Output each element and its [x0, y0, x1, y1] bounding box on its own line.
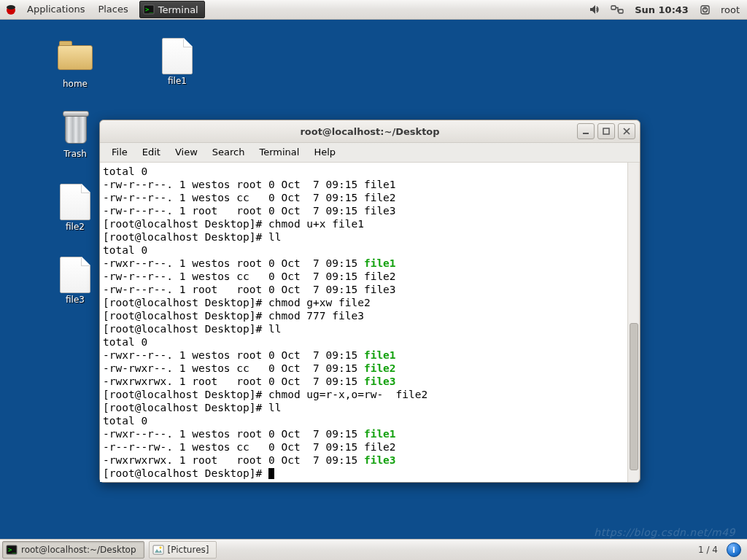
terminal-scrollbar[interactable] [627, 163, 638, 482]
window-minimize-button[interactable] [577, 123, 595, 139]
svg-rect-5 [611, 6, 616, 9]
desktop-icon-file3[interactable]: file3 [42, 257, 108, 305]
places-menu[interactable]: Places [91, 0, 134, 19]
clock[interactable]: Sun 10:43 [629, 0, 694, 19]
network-icon[interactable] [605, 0, 629, 19]
svg-point-1 [7, 5, 15, 9]
menu-edit[interactable]: Edit [135, 143, 168, 162]
system-tray: Sun 10:43 root [584, 0, 747, 19]
top-panel: Applications Places >_ Terminal Sun 10:4… [0, 0, 747, 20]
menu-file[interactable]: File [104, 143, 135, 162]
panel-task-terminal[interactable]: >_ Terminal [139, 1, 205, 18]
desktop-icon-file2[interactable]: file2 [42, 184, 108, 232]
taskbar-item-label: [Pictures] [168, 545, 209, 555]
terminal-body[interactable]: total 0 -rw-r--r--. 1 westos root 0 Oct … [100, 163, 638, 482]
svg-rect-11 [603, 128, 609, 134]
taskbar-item-label: root@localhost:~/Desktop [21, 545, 136, 555]
notification-badge-icon[interactable]: i [727, 542, 741, 557]
window-titlebar[interactable]: root@localhost:~/Desktop [100, 120, 640, 143]
desktop-icon-home[interactable]: home [42, 38, 108, 89]
window-close-button[interactable] [618, 123, 635, 139]
shutdown-icon[interactable] [694, 0, 716, 19]
desktop-icon-label: Trash [42, 149, 108, 159]
workspace-indicator[interactable]: 1 / 4 [691, 545, 725, 555]
volume-icon[interactable] [584, 0, 605, 19]
desktop-icon-label: home [42, 79, 108, 89]
svg-text:>_: >_ [145, 6, 153, 13]
desktop-icon-label: file1 [144, 76, 210, 86]
pictures-icon [152, 544, 164, 556]
terminal-icon: >_ [6, 544, 18, 556]
menu-view[interactable]: View [168, 143, 205, 162]
distro-logo-icon[interactable] [4, 3, 18, 16]
svg-text:>_: >_ [8, 546, 16, 553]
panel-task-terminal-label: Terminal [158, 4, 198, 15]
bottom-panel: >_ root@localhost:~/Desktop [Pictures] 1… [0, 539, 747, 560]
watermark-text: https://blog.csdn.net/m49 [594, 526, 735, 538]
taskbar-item-terminal[interactable]: >_ root@localhost:~/Desktop [2, 541, 144, 559]
desktop-icon-trash[interactable]: Trash [42, 111, 108, 159]
applications-menu[interactable]: Applications [20, 0, 91, 19]
taskbar-item-pictures[interactable]: [Pictures] [149, 541, 217, 559]
svg-marker-4 [590, 5, 595, 14]
menu-help[interactable]: Help [306, 143, 343, 162]
svg-rect-6 [619, 9, 623, 13]
terminal-menubar: File Edit View Search Terminal Help [100, 143, 640, 163]
user-menu[interactable]: root [716, 0, 747, 19]
window-maximize-button[interactable] [597, 123, 615, 139]
desktop-icon-label: file2 [42, 222, 108, 232]
svg-rect-16 [153, 545, 163, 554]
svg-point-18 [159, 547, 161, 549]
menu-terminal[interactable]: Terminal [252, 143, 306, 162]
desktop-icon-file1[interactable]: file1 [144, 38, 210, 86]
desktop-icon-label: file3 [42, 295, 108, 305]
menu-search[interactable]: Search [205, 143, 252, 162]
terminal-window: root@localhost:~/Desktop File Edit View … [99, 120, 640, 483]
window-title: root@localhost:~/Desktop [300, 126, 439, 137]
scrollbar-thumb[interactable] [630, 323, 638, 470]
terminal-output: total 0 -rw-r--r--. 1 westos root 0 Oct … [100, 163, 638, 482]
